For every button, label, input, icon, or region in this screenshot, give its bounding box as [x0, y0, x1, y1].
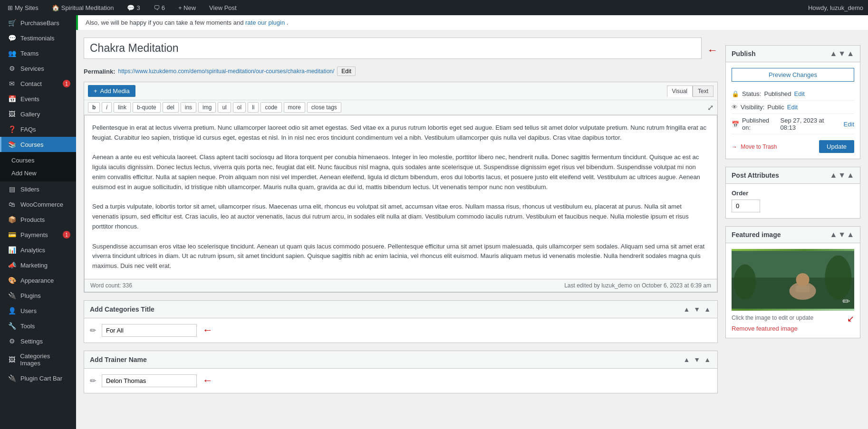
title-arrow-annotation: ←: [707, 45, 718, 56]
toolbar-li[interactable]: li: [248, 102, 259, 113]
featured-image-preview[interactable]: ✏: [732, 249, 854, 311]
sidebar-item-payments[interactable]: 💳 Payments 1: [0, 227, 76, 242]
admin-bar-new[interactable]: + New: [175, 0, 199, 15]
categories-input[interactable]: [102, 324, 197, 337]
editor-wrap: ← Permalink: https://www.luzukdemo.com/d…: [76, 30, 868, 401]
attr-box-down[interactable]: ▼: [838, 171, 846, 180]
post-attributes-body: Order: [726, 184, 860, 218]
admin-bar-view-post[interactable]: View Post: [206, 0, 240, 15]
meta-box-trainer-toggle[interactable]: ▲: [703, 355, 712, 364]
meta-box-trainer-header[interactable]: Add Trainer Name ▲ ▼ ▲: [84, 351, 717, 369]
admin-bar-comments[interactable]: 💬 3: [124, 0, 143, 15]
trainer-input[interactable]: [102, 374, 197, 387]
preview-changes-button[interactable]: Preview Changes: [732, 68, 854, 82]
sidebar-item-courses[interactable]: 📚 Courses: [0, 137, 76, 152]
publish-box-toggle[interactable]: ▲: [847, 49, 854, 58]
meta-box-categories-down[interactable]: ▼: [693, 305, 701, 314]
sidebar-item-teams[interactable]: 👥 Teams: [0, 46, 76, 61]
order-input[interactable]: [732, 200, 760, 212]
published-on-label: Published on:: [742, 117, 778, 131]
sidebar-courses-sub: Courses Add New: [0, 152, 76, 181]
sidebar-item-categories-images[interactable]: 🖼 Categories Images: [0, 349, 76, 371]
toolbar-ul[interactable]: ul: [218, 102, 231, 113]
rate-plugin-link[interactable]: rate our plugin: [245, 19, 285, 26]
edit-date-link[interactable]: Edit: [844, 121, 854, 128]
admin-bar-site-name[interactable]: 🏠 Spiritual Meditation: [49, 0, 117, 15]
sidebar-item-settings[interactable]: ⚙ Settings: [0, 334, 76, 349]
publish-box-up[interactable]: ▲: [829, 49, 837, 58]
edit-visibility-link[interactable]: Edit: [787, 104, 798, 111]
add-media-button[interactable]: + Add Media: [88, 85, 135, 97]
sidebar-item-sliders[interactable]: ▤ Sliders: [0, 181, 76, 197]
sidebar-item-woocommerce[interactable]: 🛍 WooCommerce: [0, 197, 76, 212]
post-attributes-title: Post Attributes: [732, 172, 779, 179]
admin-bar-my-sites[interactable]: ⊞ My Sites: [5, 0, 41, 15]
toolbar-bquote[interactable]: b-quote: [133, 102, 161, 113]
toolbar-link[interactable]: link: [114, 102, 131, 113]
permalink-url[interactable]: https://www.luzukdemo.com/demo/spiritual…: [118, 68, 334, 75]
categories-arrow-annotation: ←: [203, 325, 213, 335]
move-to-trash-link[interactable]: → Move to Trash: [732, 143, 777, 150]
sidebar-item-marketing[interactable]: 📣 Marketing: [0, 257, 76, 273]
toolbar-bold[interactable]: b: [88, 102, 100, 113]
feat-box-toggle[interactable]: ▲: [847, 230, 854, 239]
sidebar-item-services[interactable]: ⚙ Services: [0, 61, 76, 76]
editor-area-wrap: + Add Media Visual Text b i li: [84, 82, 718, 293]
feat-box-up[interactable]: ▲: [829, 230, 837, 239]
toolbar-ins[interactable]: ins: [181, 102, 196, 113]
sidebar-item-tools[interactable]: 🔧 Tools: [0, 318, 76, 334]
publish-box-down[interactable]: ▼: [838, 49, 846, 58]
toolbar-code[interactable]: code: [260, 102, 281, 113]
expand-icon[interactable]: ⤢: [707, 103, 714, 112]
sidebar-item-contact[interactable]: ✉ Contact 1: [0, 76, 76, 91]
tab-visual[interactable]: Visual: [667, 86, 693, 97]
attr-box-up[interactable]: ▲: [829, 171, 837, 180]
gallery-icon: 🖼: [7, 110, 17, 118]
meta-box-categories-toggle[interactable]: ▲: [703, 305, 712, 314]
sidebar-item-analytics[interactable]: 📊 Analytics: [0, 242, 76, 257]
sidebar-item-gallery[interactable]: 🖼 Gallery: [0, 106, 76, 122]
notice-bar: Also, we will be happy if you can take a…: [76, 15, 868, 30]
post-attributes-box: Post Attributes ▲ ▼ ▲ Order: [725, 167, 860, 219]
toolbar-img[interactable]: img: [198, 102, 216, 113]
sidebar-item-purchasebars[interactable]: 🛒 PurchaseBars: [0, 15, 76, 30]
tab-text[interactable]: Text: [693, 86, 714, 97]
sidebar-item-events[interactable]: 📅 Events: [0, 91, 76, 106]
meta-box-trainer-up[interactable]: ▲: [682, 355, 691, 364]
sidebar-item-products[interactable]: 📦 Products: [0, 212, 76, 227]
toolbar-italic[interactable]: i: [102, 102, 112, 113]
feat-box-down[interactable]: ▼: [838, 230, 846, 239]
remove-featured-image-link[interactable]: Remove featured image: [732, 325, 798, 332]
admin-bar-comments-badge[interactable]: 🗨 6: [151, 0, 168, 15]
sidebar-item-testimonials[interactable]: 💬 Testimonials: [0, 30, 76, 46]
sidebar-sub-courses[interactable]: Courses: [0, 154, 76, 167]
contact-badge: 1: [63, 80, 70, 87]
meta-box-categories-header[interactable]: Add Categories Title ▲ ▼ ▲: [84, 301, 717, 318]
meta-box-categories-up[interactable]: ▲: [682, 305, 691, 314]
post-title-input[interactable]: [84, 38, 702, 59]
toolbar-ol[interactable]: ol: [233, 102, 246, 113]
sidebar-item-faqs[interactable]: ❓ FAQs: [0, 122, 76, 137]
trainer-edit-icon[interactable]: ✏: [90, 376, 96, 385]
edit-status-link[interactable]: Edit: [794, 90, 805, 97]
sidebar-sub-add-new[interactable]: Add New: [0, 167, 76, 180]
toolbar-buttons: b i link b-quote del ins img ul ol li co…: [88, 102, 341, 113]
attr-box-toggle[interactable]: ▲: [847, 171, 854, 180]
status-icon: 🔒: [732, 90, 739, 97]
toolbar-close-tags[interactable]: close tags: [307, 102, 341, 113]
edit-pencil-icon[interactable]: ✏: [90, 326, 96, 335]
update-button[interactable]: Update: [819, 140, 854, 153]
trainer-arrow-annotation: ←: [203, 375, 213, 386]
meta-box-trainer-down[interactable]: ▼: [693, 355, 701, 364]
editor-content[interactable]: Pellentesque in erat at lectus viverra p…: [84, 115, 717, 279]
sidebar-item-plugins[interactable]: 🔌 Plugins: [0, 288, 76, 303]
wp-icon: ⊞: [8, 4, 13, 11]
permalink-edit-button[interactable]: Edit: [337, 67, 356, 76]
sidebar-item-users[interactable]: 👤 Users: [0, 303, 76, 318]
toolbar-more[interactable]: more: [284, 102, 305, 113]
toolbar-del[interactable]: del: [163, 102, 179, 113]
sidebar-item-appearance[interactable]: 🎨 Appearance: [0, 273, 76, 288]
sidebar-item-plugin-cart-bar[interactable]: 🔌 Plugin Cart Bar: [0, 371, 76, 386]
publish-box: Publish ▲ ▼ ▲ Preview Changes 🔒 Status: …: [725, 45, 860, 159]
payments-badge: 1: [63, 231, 70, 238]
